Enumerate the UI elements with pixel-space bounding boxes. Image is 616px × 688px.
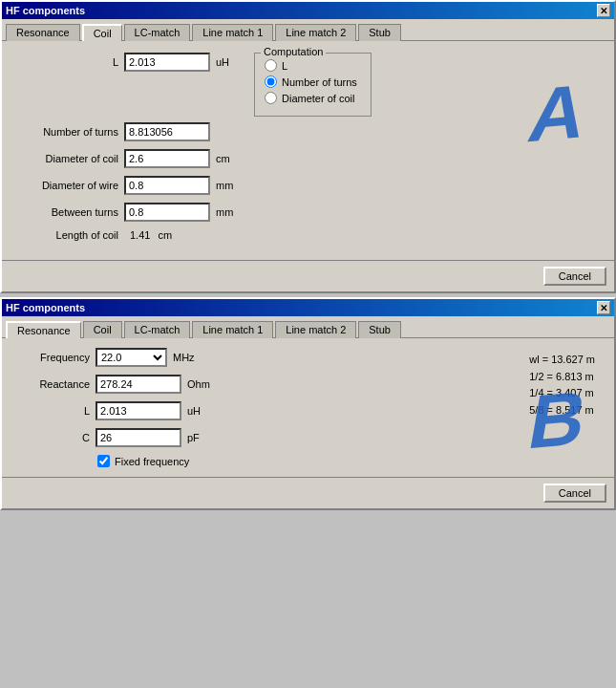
window-a: HF components ✕ Resonance Coil LC-match … [0, 0, 616, 293]
reactance-label: Reactance [13, 378, 90, 390]
turns-label: Number of turns [13, 126, 118, 138]
title-bar-a: HF components ✕ [2, 2, 614, 19]
l-unit-b: uH [187, 405, 201, 417]
radio-turns-row: Number of turns [265, 75, 357, 88]
diameter-coil-row: Diameter of coil cm [13, 149, 603, 168]
tab-line-match-1-a[interactable]: Line match 1 [192, 24, 273, 41]
cancel-button-b[interactable]: Cancel [543, 484, 606, 503]
between-turns-label: Between turns [13, 206, 118, 218]
reactance-input[interactable] [96, 375, 181, 394]
radio-turns-label: Number of turns [282, 76, 357, 88]
l-field-group: L uH [13, 53, 244, 79]
tab-line-match-1-b[interactable]: Line match 1 [192, 321, 273, 338]
tab-stub-b[interactable]: Stub [358, 321, 401, 338]
diameter-wire-input[interactable] [124, 176, 210, 195]
length-coil-row: Length of coil 1.41 cm [13, 229, 603, 241]
diameter-wire-row: Diameter of wire mm [13, 176, 603, 195]
wl-value: wl = 13.627 m [529, 352, 595, 369]
l-row: L uH [13, 53, 244, 72]
resonance-content: wl = 13.627 m 1/2 = 6.813 m 1/4 = 3.407 … [2, 338, 614, 477]
diameter-coil-label: Diameter of coil [13, 153, 118, 164]
length-coil-label: Length of coil [13, 229, 118, 241]
turns-input[interactable] [124, 122, 210, 141]
bottom-bar-b: Cancel [2, 477, 614, 508]
between-turns-row: Between turns mm [13, 203, 603, 222]
l-row-b: L uH [13, 401, 603, 420]
radio-diameter-label: Diameter of coil [282, 93, 354, 104]
fixed-freq-row: Fixed frequency [97, 455, 603, 467]
c-row: C pF [13, 428, 603, 447]
quarter-value: 1/4 = 3.407 m [529, 385, 595, 402]
window-b: HF components ✕ Resonance Coil LC-match … [0, 297, 616, 510]
l-input-b[interactable] [96, 401, 181, 420]
wl-info-panel: wl = 13.627 m 1/2 = 6.813 m 1/4 = 3.407 … [529, 352, 595, 419]
tab-line-match-2-a[interactable]: Line match 2 [275, 24, 356, 41]
l-unit: uH [216, 56, 244, 68]
freq-label: Frequency [13, 352, 90, 363]
c-unit: pF [187, 432, 200, 443]
close-button-a[interactable]: ✕ [597, 4, 610, 17]
tab-stub-a[interactable]: Stub [358, 24, 401, 41]
tab-lc-match-a[interactable]: LC-match [124, 24, 191, 41]
bottom-bar-a: Cancel [2, 260, 614, 291]
tab-bar-a: Resonance Coil LC-match Line match 1 Lin… [2, 19, 614, 41]
title-bar-b: HF components ✕ [2, 299, 614, 316]
radio-diameter[interactable] [265, 92, 277, 104]
l-label: L [13, 56, 118, 68]
tab-resonance-a[interactable]: Resonance [6, 24, 80, 41]
tab-coil-b[interactable]: Coil [83, 321, 122, 338]
computation-title: Computation [261, 46, 326, 57]
between-turns-input[interactable] [124, 203, 210, 222]
diameter-coil-unit: cm [216, 153, 244, 164]
length-coil-unit: cm [158, 229, 172, 241]
diameter-wire-label: Diameter of wire [13, 180, 118, 191]
tab-lc-match-b[interactable]: LC-match [124, 321, 191, 338]
tab-resonance-b[interactable]: Resonance [6, 321, 81, 338]
diameter-coil-input[interactable] [124, 149, 210, 168]
l-label-b: L [13, 405, 90, 417]
coil-content: L uH Computation L Number of turns [2, 41, 614, 260]
freq-row: Frequency 22.0 MHz [13, 348, 603, 367]
title-a: HF components [6, 5, 85, 16]
radio-L-label: L [282, 60, 287, 72]
five-eighths-value: 5/8 = 8.517 m [529, 402, 595, 419]
radio-L-row: L [265, 59, 357, 72]
c-input[interactable] [96, 428, 181, 447]
fixed-freq-checkbox[interactable] [97, 455, 110, 467]
diameter-wire-unit: mm [216, 180, 244, 191]
length-coil-value: 1.41 [130, 229, 150, 241]
l-input[interactable] [124, 53, 210, 72]
reactance-unit: Ohm [187, 378, 210, 390]
cancel-button-a[interactable]: Cancel [543, 267, 606, 286]
title-b: HF components [6, 302, 85, 313]
radio-L[interactable] [265, 59, 277, 72]
close-button-b[interactable]: ✕ [597, 301, 610, 314]
freq-unit: MHz [173, 352, 195, 363]
tab-coil-a[interactable]: Coil [82, 24, 122, 41]
computation-box: Computation L Number of turns Diameter o… [254, 53, 372, 117]
tab-line-match-2-b[interactable]: Line match 2 [275, 321, 356, 338]
turns-row: Number of turns [13, 122, 603, 141]
radio-turns[interactable] [265, 75, 277, 88]
radio-diameter-row: Diameter of coil [265, 92, 357, 104]
top-section: L uH Computation L Number of turns [13, 53, 603, 117]
between-turns-unit: mm [216, 206, 244, 218]
reactance-row: Reactance Ohm [13, 375, 603, 394]
fixed-freq-label: Fixed frequency [115, 456, 189, 467]
tab-bar-b: Resonance Coil LC-match Line match 1 Lin… [2, 316, 614, 338]
c-label: C [13, 432, 90, 443]
freq-select[interactable]: 22.0 [96, 348, 167, 367]
half-value: 1/2 = 6.813 m [529, 369, 595, 386]
